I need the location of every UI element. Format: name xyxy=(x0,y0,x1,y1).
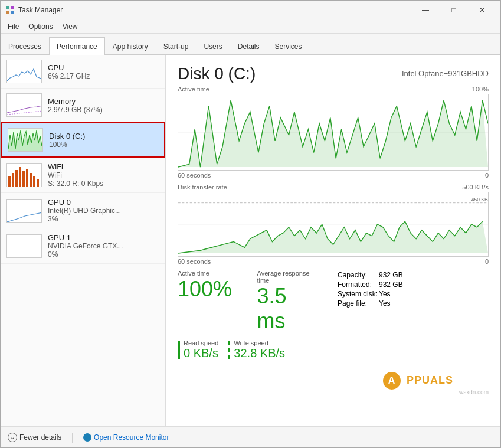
active-time-section: Active time 100% xyxy=(178,86,489,179)
response-stat-label: Average response time xyxy=(257,270,318,284)
stats-left: Active time 100% Average response time 3… xyxy=(178,270,317,333)
menu-file[interactable]: File xyxy=(3,21,24,32)
read-speed-value: 0 KB/s xyxy=(184,346,218,360)
tab-app-history[interactable]: App history xyxy=(105,37,156,55)
gpu1-name: GPU 1 xyxy=(48,233,159,242)
active-time-pct: 100% xyxy=(472,86,489,93)
page-file-label: Page file: xyxy=(338,299,378,308)
svg-rect-13 xyxy=(22,171,25,187)
sidebar-item-disk0[interactable]: Disk 0 (C:) 100% xyxy=(1,122,165,158)
menu-bar: File Options View xyxy=(1,19,500,34)
gpu0-value2: 3% xyxy=(48,215,159,223)
tab-processes[interactable]: Processes xyxy=(1,37,49,55)
zero-label: 0 xyxy=(485,172,489,179)
write-speed-block: Write speed 32.8 KB/s xyxy=(228,339,285,360)
formatted-label: Formatted: xyxy=(338,280,378,289)
svg-rect-10 xyxy=(12,173,14,187)
window-controls: — □ ✕ xyxy=(412,1,496,19)
cpu-value: 6% 2.17 GHz xyxy=(48,72,159,80)
sidebar-item-memory[interactable]: Memory 2.9/7.9 GB (37%) xyxy=(1,89,165,122)
sidebar-item-gpu0[interactable]: GPU 0 Intel(R) UHD Graphic... 3% xyxy=(1,193,165,228)
title-bar: Task Manager — □ ✕ xyxy=(1,1,500,19)
svg-rect-9 xyxy=(8,176,11,187)
wifi-value2: S: 32.0 R: 0 Kbps xyxy=(48,179,159,188)
read-speed-info: Read speed 0 KB/s xyxy=(184,339,218,360)
sixty-seconds-label: 60 seconds xyxy=(178,172,211,179)
watermark-area: wsxdn.com A PPUALS xyxy=(178,360,489,395)
transfer-chart: 450 KB/s xyxy=(178,192,489,257)
page-file-row: Page file: Yes xyxy=(338,299,403,308)
menu-view[interactable]: View xyxy=(58,21,83,32)
stats-main-row: Active time 100% Average response time 3… xyxy=(178,270,489,333)
page-file-value: Yes xyxy=(379,299,403,308)
response-stat-value: 3.5 ms xyxy=(257,284,318,333)
capacity-row: Capacity: 932 GB xyxy=(338,271,403,279)
read-indicator xyxy=(178,341,180,359)
sidebar: CPU 6% 2.17 GHz Memory 2.9/7.9 GB (37%) xyxy=(1,55,166,426)
close-button[interactable]: ✕ xyxy=(469,1,496,19)
disk0-value: 100% xyxy=(49,140,158,149)
wifi-info: WiFi WiFi S: 32.0 R: 0 Kbps xyxy=(48,162,159,188)
disk0-name: Disk 0 (C:) xyxy=(49,132,158,140)
tab-services[interactable]: Services xyxy=(267,37,309,55)
gpu1-thumb xyxy=(6,234,42,258)
tab-performance[interactable]: Performance xyxy=(49,37,105,55)
detail-subtitle: Intel Optane+931GBHDD xyxy=(402,64,489,78)
gpu0-value1: Intel(R) UHD Graphic... xyxy=(48,207,159,215)
write-speed-label: Write speed xyxy=(234,339,285,346)
fewer-details-button[interactable]: ⌄ Fewer details xyxy=(8,433,61,442)
brand-logo: A PPUALS xyxy=(383,372,453,390)
formatted-row: Formatted: 932 GB xyxy=(338,280,403,289)
watermark: wsxdn.com xyxy=(459,389,489,395)
transfer-label: Disk transfer rate xyxy=(178,184,227,191)
svg-rect-15 xyxy=(30,173,32,187)
wifi-thumb xyxy=(6,163,42,187)
detail-title: Disk 0 (C:) xyxy=(178,64,256,83)
svg-rect-3 xyxy=(11,11,14,14)
open-resource-monitor-button[interactable]: Open Resource Monitor xyxy=(83,433,169,442)
write-speed-info: Write speed 32.8 KB/s xyxy=(234,339,285,360)
detail-panel: Disk 0 (C:) Intel Optane+931GBHDD Active… xyxy=(166,55,500,426)
gpu0-name: GPU 0 xyxy=(48,198,159,207)
window-title: Task Manager xyxy=(18,6,63,14)
tab-details[interactable]: Details xyxy=(230,37,267,55)
active-time-stat: Active time 100% xyxy=(178,270,238,333)
gpu0-thumb xyxy=(6,199,42,223)
resource-monitor-icon xyxy=(83,433,91,442)
disk0-thumb xyxy=(8,128,43,152)
sidebar-item-gpu1[interactable]: GPU 1 NVIDIA GeForce GTX... 0% xyxy=(1,228,165,264)
svg-rect-19 xyxy=(7,235,42,258)
cpu-thumb xyxy=(6,60,42,83)
maximize-button[interactable]: □ xyxy=(440,1,467,19)
write-indicator xyxy=(228,341,230,359)
svg-rect-12 xyxy=(19,167,21,187)
svg-rect-14 xyxy=(26,169,28,187)
zero-label2: 0 xyxy=(485,258,489,265)
svg-rect-0 xyxy=(6,6,9,9)
write-speed-value: 32.8 KB/s xyxy=(234,346,285,360)
active-time-label-row: Active time 100% xyxy=(178,86,489,93)
task-manager-window: Task Manager — □ ✕ File Options View Pro… xyxy=(0,0,501,448)
active-time-time-row: 60 seconds 0 xyxy=(178,172,489,179)
detail-header: Disk 0 (C:) Intel Optane+931GBHDD xyxy=(178,64,489,83)
tab-users[interactable]: Users xyxy=(196,37,230,55)
wifi-value1: WiFi xyxy=(48,171,159,179)
svg-rect-1 xyxy=(11,6,14,9)
active-time-stat-value: 100% xyxy=(178,277,238,302)
memory-thumb xyxy=(6,93,42,117)
formatted-value: 932 GB xyxy=(379,280,403,289)
svg-rect-16 xyxy=(33,176,35,187)
chevron-up-icon: ⌄ xyxy=(8,433,17,442)
tab-startup[interactable]: Start-up xyxy=(156,37,197,55)
menu-options[interactable]: Options xyxy=(24,21,57,32)
disk0-info: Disk 0 (C:) 100% xyxy=(49,132,158,149)
sidebar-item-wifi[interactable]: WiFi WiFi S: 32.0 R: 0 Kbps xyxy=(1,158,165,193)
wifi-name: WiFi xyxy=(48,162,159,171)
system-disk-label: System disk: xyxy=(338,290,378,298)
active-time-label: Active time xyxy=(178,86,209,93)
memory-info: Memory 2.9/7.9 GB (37%) xyxy=(48,97,159,114)
sidebar-item-cpu[interactable]: CPU 6% 2.17 GHz xyxy=(1,55,165,89)
stats-right: Capacity: 932 GB Formatted: 932 GB Syste… xyxy=(336,270,489,333)
transfer-time-row: 60 seconds 0 xyxy=(178,258,489,265)
minimize-button[interactable]: — xyxy=(412,1,439,19)
